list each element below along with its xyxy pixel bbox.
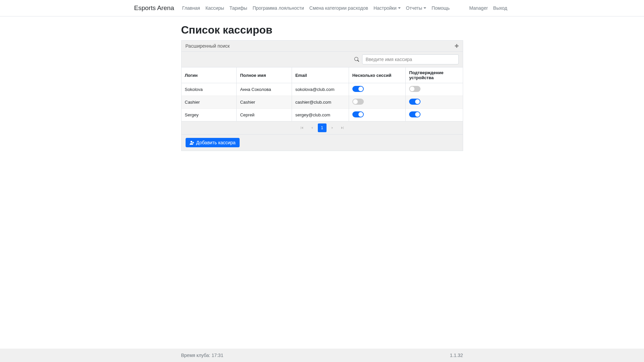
toggle-sessions[interactable] xyxy=(352,99,364,105)
toggle-sessions[interactable] xyxy=(352,111,364,117)
th-name[interactable]: Полное имя xyxy=(237,67,292,83)
cell-confirm xyxy=(406,109,463,121)
nav-cashiers[interactable]: Кассиры xyxy=(203,3,227,13)
cashiers-table: Логин Полное имя Email Несколько сессий … xyxy=(182,67,463,121)
userplus-icon xyxy=(190,140,194,145)
cell-login: Sergey xyxy=(182,109,237,121)
add-cashier-button[interactable]: Добавить кассира xyxy=(186,138,240,147)
nav-right: Manager Выход xyxy=(466,3,510,13)
cell-name: Сергей xyxy=(237,109,292,121)
page-next[interactable] xyxy=(328,123,337,132)
th-confirm[interactable]: Подтверждение устройства xyxy=(406,67,463,83)
cell-confirm xyxy=(406,96,463,109)
cashiers-panel: Расширенный поиск ✚ Логин Полное имя Ema… xyxy=(181,40,463,151)
th-sessions[interactable]: Несколько сессий xyxy=(349,67,406,83)
th-email[interactable]: Email xyxy=(292,67,349,83)
nav-loyalty[interactable]: Программа лояльности xyxy=(250,3,307,13)
navbar: Esports Arena Главная Кассиры Тарифы Про… xyxy=(0,0,644,16)
search-input[interactable] xyxy=(362,54,459,64)
chevron-down-icon xyxy=(398,7,401,9)
table-row: CashierCashiercashier@club.com xyxy=(182,96,463,109)
page-last[interactable] xyxy=(338,123,347,132)
toggle-confirm[interactable] xyxy=(409,111,420,117)
page-first[interactable] xyxy=(298,123,306,132)
page-current[interactable]: 1 xyxy=(318,123,327,132)
nav-manager[interactable]: Manager xyxy=(466,3,490,13)
cell-sessions xyxy=(349,96,406,109)
nav-settings[interactable]: Настройки xyxy=(371,3,403,13)
nav-reports-label: Отчеты xyxy=(406,5,422,11)
add-cashier-label: Добавить кассира xyxy=(196,140,236,145)
nav-settings-label: Настройки xyxy=(374,5,397,11)
th-login[interactable]: Логин xyxy=(182,67,237,83)
nav-left: Главная Кассиры Тарифы Программа лояльно… xyxy=(180,3,452,13)
page-prev[interactable] xyxy=(308,123,316,132)
cell-sessions xyxy=(349,83,406,96)
brand[interactable]: Esports Arena xyxy=(134,4,174,12)
table-row: SergeyСергейsergey@club.com xyxy=(182,109,463,121)
nav-tariffs[interactable]: Тарифы xyxy=(227,3,250,13)
nav-logout[interactable]: Выход xyxy=(491,3,510,13)
main-container: Список кассиров Расширенный поиск ✚ Логи… xyxy=(181,16,463,171)
cell-name: Анна Соколова xyxy=(237,83,292,96)
toggle-confirm[interactable] xyxy=(409,99,420,105)
cell-login: Cashier xyxy=(182,96,237,109)
cell-login: Sokolova xyxy=(182,83,237,96)
cell-sessions xyxy=(349,109,406,121)
nav-reports[interactable]: Отчеты xyxy=(403,3,429,13)
cell-email: sokolova@club.com xyxy=(292,83,349,96)
pagination: 1 xyxy=(182,121,463,135)
chevron-down-icon xyxy=(424,7,426,9)
cell-email: cashier@club.com xyxy=(292,96,349,109)
plus-icon: ✚ xyxy=(455,43,459,49)
toggle-sessions[interactable] xyxy=(352,86,364,92)
advanced-search-label: Расширенный поиск xyxy=(186,43,230,49)
panel-footer: Добавить кассира xyxy=(182,135,463,151)
table-row: SokolovaАнна Соколоваsokolova@club.com xyxy=(182,83,463,96)
search-row xyxy=(182,52,463,67)
nav-help[interactable]: Помощь xyxy=(429,3,452,13)
cell-confirm xyxy=(406,83,463,96)
advanced-search-toggle[interactable]: Расширенный поиск ✚ xyxy=(182,41,463,52)
nav-expense-category[interactable]: Смена категории расходов xyxy=(307,3,371,13)
nav-home[interactable]: Главная xyxy=(180,3,203,13)
cell-name: Cashier xyxy=(237,96,292,109)
cell-email: sergey@club.com xyxy=(292,109,349,121)
toggle-confirm[interactable] xyxy=(409,86,420,92)
search-icon xyxy=(353,56,360,63)
page-title: Список кассиров xyxy=(181,24,463,36)
